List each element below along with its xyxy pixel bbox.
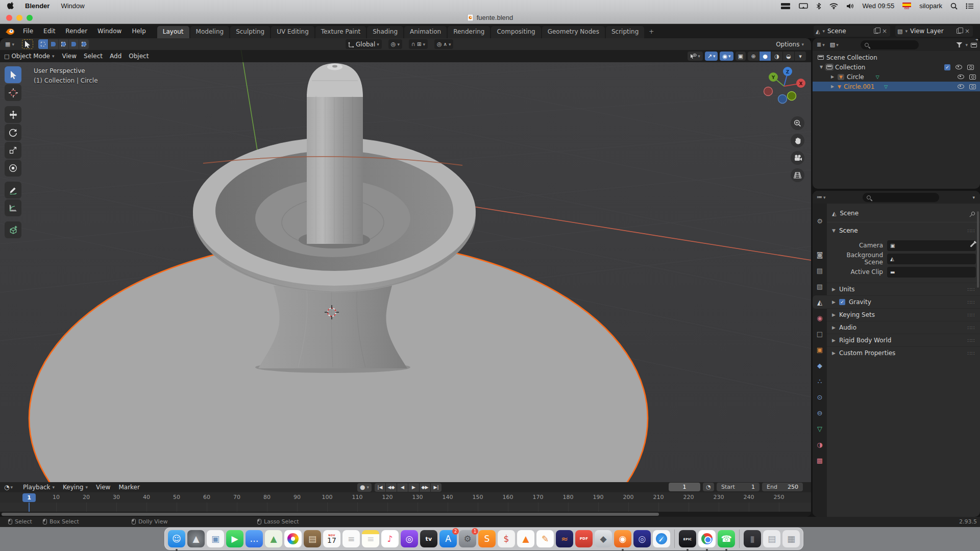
section-units[interactable]: ▶Units∷∷: [827, 283, 980, 295]
properties-tab-object-data[interactable]: ▽: [813, 422, 827, 435]
properties-tab-constraints[interactable]: ⊖: [813, 406, 827, 419]
mode-dropdown[interactable]: Object Mode: [11, 53, 50, 60]
dock-app-store-icon[interactable]: A2: [439, 530, 457, 547]
shading-dropdown[interactable]: ▾: [795, 52, 806, 61]
navigation-gizmo[interactable]: Z Y X: [762, 64, 806, 108]
dock-epic-games-icon[interactable]: EPIC: [679, 530, 696, 547]
active-clip-field[interactable]: ▬: [887, 267, 976, 278]
dock-sublime-text-icon[interactable]: S: [478, 530, 496, 547]
xray-toggle[interactable]: ▣: [736, 52, 746, 61]
dock-pdf-expert-icon[interactable]: PDF: [575, 530, 593, 547]
dock-chrome-icon[interactable]: [698, 530, 716, 547]
zoom-window-button[interactable]: [27, 15, 33, 21]
properties-options-dropdown[interactable]: ▾: [972, 195, 975, 200]
frame-end-field[interactable]: End250: [762, 483, 803, 491]
proportional-editing-button[interactable]: ◎∧▾: [434, 39, 453, 49]
auto-keying-button[interactable]: ●▾: [357, 483, 372, 492]
object-visibility-dropdown[interactable]: ▾: [688, 52, 703, 61]
panel-drag-handle[interactable]: ∷∷: [967, 287, 975, 292]
timeline-ruler[interactable]: 1 10203040506070809010011012013014015016…: [0, 492, 811, 503]
outliner-row-collection[interactable]: ▼ Collection ✓: [813, 62, 980, 72]
outliner-editor-type-button[interactable]: ≣▾: [817, 41, 825, 48]
dock-pages-icon[interactable]: ✎: [536, 530, 554, 547]
panel-drag-handle[interactable]: ∷∷: [967, 350, 975, 356]
dock-podcasts-icon[interactable]: ◎: [401, 530, 418, 547]
add-workspace-button[interactable]: +: [645, 26, 657, 38]
dock-calendar-icon[interactable]: NOV17: [323, 530, 340, 547]
properties-tab-render[interactable]: ◙: [813, 248, 827, 261]
collection-checkbox[interactable]: ✓: [944, 64, 950, 70]
transform-orientation-dropdown[interactable]: Global▾: [346, 39, 382, 49]
options-dropdown[interactable]: Options▾: [776, 41, 804, 48]
select-subtract-button[interactable]: [59, 39, 68, 49]
transform-tool-button[interactable]: [5, 160, 21, 177]
expand-icon[interactable]: ▼: [819, 65, 824, 69]
jump-to-end-button[interactable]: ▶|: [431, 483, 442, 492]
new-collection-button[interactable]: +: [971, 40, 977, 49]
bluetooth-icon[interactable]: [816, 3, 821, 10]
use-preview-range-button[interactable]: ◔: [703, 483, 714, 491]
select-intersect-button[interactable]: [79, 39, 89, 49]
menubar-clock[interactable]: Wed 09:55: [863, 2, 895, 10]
dock-facetime-icon[interactable]: ▶: [226, 530, 243, 547]
scene-selector[interactable]: ◭ ▾ Scene ×: [814, 26, 890, 37]
control-center-icon[interactable]: [966, 3, 974, 9]
timeline-menu-keying[interactable]: Keying▾: [60, 484, 91, 491]
perspective-toggle-button[interactable]: [791, 168, 804, 182]
properties-tab-object[interactable]: ▣: [813, 343, 827, 356]
outliner-row-circle[interactable]: ▶ ▼ Circle ▽: [813, 72, 980, 82]
dock-apple-tv-icon[interactable]: tv: [420, 530, 437, 547]
workspace-tab-sculpting[interactable]: Sculpting: [230, 26, 270, 38]
workspace-tab-layout[interactable]: Layout: [157, 26, 189, 38]
dock-finder-icon[interactable]: ☺: [168, 530, 185, 547]
fountain-pedestal[interactable]: [255, 286, 410, 373]
select-difference-button[interactable]: [69, 39, 79, 49]
dock-music-icon[interactable]: ♪: [381, 530, 399, 547]
properties-tab-tool[interactable]: ⚙: [813, 214, 827, 228]
next-keyframe-button[interactable]: ◆▶: [420, 483, 430, 492]
expand-icon[interactable]: ▶: [832, 325, 836, 330]
dock-safari-icon[interactable]: [653, 530, 670, 547]
dock-downloads-stack-icon[interactable]: ▤: [763, 530, 780, 547]
timeline-scrollbar[interactable]: [0, 512, 811, 517]
move-tool-button[interactable]: [5, 106, 21, 123]
shading-rendered-button[interactable]: ◒: [783, 52, 794, 61]
panel-drag-handle[interactable]: ∷∷: [967, 312, 975, 318]
menu-window[interactable]: Window: [93, 26, 126, 36]
filter-icon[interactable]: [956, 40, 962, 49]
active-tool-indicator[interactable]: [22, 39, 33, 49]
dock-messages-icon[interactable]: …: [246, 530, 263, 547]
menubar-user[interactable]: silopark: [919, 2, 942, 10]
menu-file[interactable]: File: [19, 26, 37, 36]
remove-view-layer-icon[interactable]: ×: [964, 28, 971, 35]
frame-start-field[interactable]: Start1: [717, 483, 760, 491]
workspace-tab-rendering[interactable]: Rendering: [448, 26, 490, 38]
properties-tab-physics[interactable]: ⊙: [813, 390, 827, 404]
timeline-menu-marker[interactable]: Marker: [115, 484, 142, 491]
timeline-track[interactable]: [0, 503, 811, 512]
dock-system-preferences-icon[interactable]: ⚙1: [459, 530, 476, 547]
viewport-menu-object[interactable]: Object: [125, 51, 152, 61]
pan-view-button[interactable]: [791, 134, 804, 147]
dock-notes-icon[interactable]: ≡: [362, 530, 379, 547]
dock-trash-icon[interactable]: ▦: [782, 530, 800, 547]
workspace-tab-shading[interactable]: Shading: [367, 26, 403, 38]
panel-drag-handle[interactable]: ∷∷: [967, 228, 975, 234]
timeline-menu-playback[interactable]: Playback▾: [20, 484, 58, 491]
expand-icon[interactable]: ▶: [832, 299, 836, 305]
filter-dropdown[interactable]: ▾: [965, 42, 968, 47]
play-reverse-button[interactable]: ◀: [397, 483, 408, 492]
rotate-tool-button[interactable]: [5, 124, 21, 141]
panel-drag-handle[interactable]: ∷∷: [967, 299, 975, 305]
panel-drag-handle[interactable]: ∷∷: [967, 325, 975, 331]
hide-eye-icon[interactable]: [958, 74, 964, 79]
outliner-row-circle-001[interactable]: ▶ ▼ Circle.001 ▽: [813, 82, 980, 91]
dock-vlc-icon[interactable]: ▲: [517, 530, 534, 547]
timeline-editor-type-button[interactable]: ◔▾: [4, 484, 13, 491]
section-keying-sets[interactable]: ▶Keying Sets∷∷: [827, 308, 980, 321]
properties-tab-scene[interactable]: ◭: [813, 295, 827, 309]
menu-help[interactable]: Help: [128, 26, 150, 36]
gizmo-neg-y-axis[interactable]: [788, 92, 796, 101]
dock-minimized-window-icon[interactable]: ▮: [744, 530, 761, 547]
section-custom-properties[interactable]: ▶Custom Properties∷∷: [827, 346, 980, 359]
